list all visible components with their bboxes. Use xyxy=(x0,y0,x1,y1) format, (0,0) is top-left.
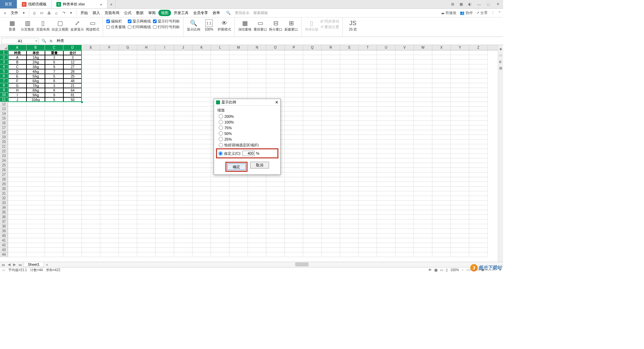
cell-C4[interactable]: 9 xyxy=(45,64,63,69)
cell-A16[interactable] xyxy=(8,121,26,126)
cell-T19[interactable] xyxy=(359,135,377,140)
cell-G32[interactable] xyxy=(119,196,137,201)
checkbox[interactable] xyxy=(153,19,157,23)
cell-S29[interactable] xyxy=(340,182,359,187)
menu-insert[interactable]: 插入 xyxy=(91,10,102,15)
cell-D34[interactable] xyxy=(63,205,82,210)
col-header-L[interactable]: L xyxy=(211,45,229,50)
cell-O29[interactable] xyxy=(266,182,285,187)
cell-F41[interactable] xyxy=(100,238,119,243)
cell-U30[interactable] xyxy=(377,187,395,191)
cell-H6[interactable] xyxy=(137,74,156,79)
cell-W24[interactable] xyxy=(414,158,432,163)
col-header-S[interactable]: S xyxy=(340,45,359,50)
cell-A12[interactable] xyxy=(8,102,26,107)
cell-E17[interactable] xyxy=(82,126,100,130)
cell-A9[interactable]: H xyxy=(8,88,26,93)
cell-D13[interactable] xyxy=(63,107,82,111)
cell-Y24[interactable] xyxy=(451,158,469,163)
cell-V4[interactable] xyxy=(395,64,414,69)
user-avatar-icon[interactable]: ◐ xyxy=(467,2,473,6)
collab-button[interactable]: 👥协作 xyxy=(460,10,473,15)
cell-H34[interactable] xyxy=(137,205,156,210)
cell-J32[interactable] xyxy=(174,196,193,201)
cell-S38[interactable] xyxy=(340,224,359,229)
cell-X8[interactable] xyxy=(432,83,451,88)
cell-O38[interactable] xyxy=(266,224,285,229)
cell-Y36[interactable] xyxy=(451,215,469,219)
cell-Y3[interactable] xyxy=(451,60,469,64)
cell-I13[interactable] xyxy=(156,107,174,111)
cell-I36[interactable] xyxy=(156,215,174,219)
cell-V31[interactable] xyxy=(395,191,414,196)
cell-J35[interactable] xyxy=(174,210,193,215)
cell-J41[interactable] xyxy=(174,238,193,243)
cell-L35[interactable] xyxy=(211,210,229,215)
cell-V36[interactable] xyxy=(395,215,414,219)
cell-T24[interactable] xyxy=(359,158,377,163)
cell-U27[interactable] xyxy=(377,172,395,177)
menu-devtools[interactable]: 开发工具 xyxy=(172,10,191,15)
cell-E21[interactable] xyxy=(82,144,100,149)
cell-R35[interactable] xyxy=(322,210,340,215)
cell-Q34[interactable] xyxy=(303,205,322,210)
cell-Z15[interactable] xyxy=(469,116,488,121)
cell-H29[interactable] xyxy=(137,182,156,187)
cell-J19[interactable] xyxy=(174,135,193,140)
cell-C12[interactable] xyxy=(45,102,63,107)
cell-H32[interactable] xyxy=(137,196,156,201)
cell-E11[interactable] xyxy=(82,97,100,102)
cell-G31[interactable] xyxy=(119,191,137,196)
cell-W26[interactable] xyxy=(414,168,432,172)
cell-S43[interactable] xyxy=(340,248,359,252)
cell-G5[interactable] xyxy=(119,69,137,74)
cell-R5[interactable] xyxy=(322,69,340,74)
cell-L44[interactable] xyxy=(211,252,229,257)
cell-K40[interactable] xyxy=(193,234,211,238)
cell-C36[interactable] xyxy=(45,215,63,219)
cell-F16[interactable] xyxy=(100,121,119,126)
cell-W21[interactable] xyxy=(414,144,432,149)
cell-V3[interactable] xyxy=(395,60,414,64)
cell-B29[interactable] xyxy=(26,182,45,187)
cell-C29[interactable] xyxy=(45,182,63,187)
cell-D32[interactable] xyxy=(63,196,82,201)
cell-P4[interactable] xyxy=(285,64,303,69)
cell-N8[interactable] xyxy=(248,83,266,88)
cell-V21[interactable] xyxy=(395,144,414,149)
cell-B9[interactable]: 8/kg xyxy=(26,88,45,93)
cell-M28[interactable] xyxy=(229,177,248,182)
cell-A35[interactable] xyxy=(8,210,26,215)
cell-Q29[interactable] xyxy=(303,182,322,187)
cell-H26[interactable] xyxy=(137,168,156,172)
cell-C6[interactable]: 5 xyxy=(45,74,63,79)
cell-H4[interactable] xyxy=(137,64,156,69)
cell-Z33[interactable] xyxy=(469,201,488,205)
sheet-nav-first[interactable]: ⏮ xyxy=(0,263,6,267)
cell-L31[interactable] xyxy=(211,191,229,196)
cell-N44[interactable] xyxy=(248,252,266,257)
cell-F33[interactable] xyxy=(100,201,119,205)
cell-Y2[interactable] xyxy=(451,55,469,60)
cell-S28[interactable] xyxy=(340,177,359,182)
cell-I30[interactable] xyxy=(156,187,174,191)
cell-E6[interactable] xyxy=(82,74,100,79)
eye-mode-icon[interactable]: 👁 xyxy=(428,268,432,272)
cell-K44[interactable] xyxy=(193,252,211,257)
cell-S3[interactable] xyxy=(340,60,359,64)
cell-G6[interactable] xyxy=(119,74,137,79)
add-sheet-button[interactable]: + xyxy=(44,263,50,267)
cell-X39[interactable] xyxy=(432,229,451,234)
cell-E23[interactable] xyxy=(82,154,100,158)
cell-Y23[interactable] xyxy=(451,154,469,158)
cell-P3[interactable] xyxy=(285,60,303,64)
cell-H8[interactable] xyxy=(137,83,156,88)
cell-B20[interactable] xyxy=(26,140,45,144)
namebox-search-icon[interactable]: 🔍 xyxy=(40,39,48,43)
cell-Z41[interactable] xyxy=(469,238,488,243)
cell-T37[interactable] xyxy=(359,219,377,224)
cell-B23[interactable] xyxy=(26,154,45,158)
cell-I38[interactable] xyxy=(156,224,174,229)
cell-P39[interactable] xyxy=(285,229,303,234)
cell-X20[interactable] xyxy=(432,140,451,144)
